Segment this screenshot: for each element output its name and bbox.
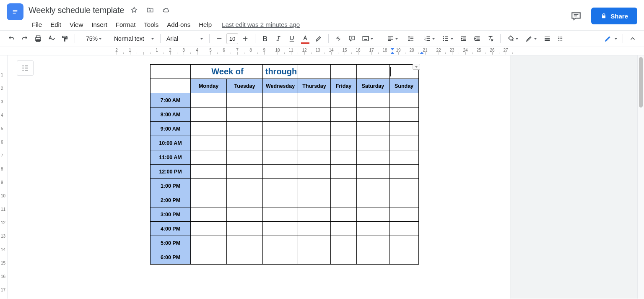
docs-logo[interactable] xyxy=(7,3,23,20)
schedule-cell[interactable] xyxy=(357,136,390,150)
table-row[interactable]: 1:00 PM xyxy=(151,179,419,193)
schedule-cell[interactable] xyxy=(390,122,419,136)
open-comments-button[interactable] xyxy=(567,7,585,25)
menu-view[interactable]: View xyxy=(66,20,86,29)
schedule-cell[interactable] xyxy=(263,150,298,165)
increase-indent-button[interactable] xyxy=(471,32,483,45)
schedule-cell[interactable] xyxy=(227,136,263,150)
schedule-cell[interactable] xyxy=(191,93,227,108)
print-button[interactable] xyxy=(32,32,44,45)
table-row[interactable]: 9:00 AM xyxy=(151,122,419,136)
hour-label[interactable]: 6:00 PM xyxy=(151,250,191,265)
menu-help[interactable]: Help xyxy=(195,20,215,29)
schedule-cell[interactable] xyxy=(227,122,263,136)
hour-label[interactable]: 1:00 PM xyxy=(151,179,191,193)
schedule-cell[interactable] xyxy=(331,250,357,265)
schedule-cell[interactable] xyxy=(191,150,227,165)
schedule-cell[interactable] xyxy=(263,207,298,222)
table-options-button[interactable] xyxy=(413,64,420,70)
schedule-cell[interactable] xyxy=(390,93,419,108)
schedule-cell[interactable] xyxy=(227,165,263,179)
share-button[interactable]: Share xyxy=(591,8,637,24)
schedule-cell[interactable] xyxy=(191,136,227,150)
hour-label[interactable]: 3:00 PM xyxy=(151,207,191,222)
vertical-scrollbar[interactable] xyxy=(637,55,644,299)
border-width-button[interactable] xyxy=(541,32,553,45)
zoom-select[interactable]: 75% xyxy=(78,32,104,45)
insert-image-button[interactable] xyxy=(359,32,377,45)
schedule-cell[interactable] xyxy=(191,193,227,207)
document-outline-button[interactable] xyxy=(17,60,34,76)
schedule-cell[interactable] xyxy=(331,165,357,179)
schedule-cell[interactable] xyxy=(263,250,298,265)
schedule-cell[interactable] xyxy=(263,165,298,179)
font-family-select[interactable]: Arial xyxy=(164,32,206,45)
table-row[interactable]: 12:00 PM xyxy=(151,165,419,179)
day-header[interactable]: Saturday xyxy=(357,79,390,93)
schedule-cell[interactable] xyxy=(298,93,331,108)
insert-link-button[interactable] xyxy=(332,32,345,45)
day-header[interactable]: Tuesday xyxy=(227,79,263,93)
document-title[interactable]: Weekly schedule template xyxy=(29,5,124,15)
schedule-cell[interactable] xyxy=(390,150,419,165)
schedule-cell[interactable] xyxy=(331,179,357,193)
menu-addons[interactable]: Add-ons xyxy=(164,20,194,29)
day-header[interactable]: Monday xyxy=(191,79,227,93)
schedule-cell[interactable] xyxy=(298,207,331,222)
schedule-cell[interactable] xyxy=(191,165,227,179)
schedule-cell[interactable] xyxy=(191,222,227,236)
font-size-increase[interactable] xyxy=(239,32,252,45)
horizontal-ruler[interactable]: 2112345678910111213141516171819202122232… xyxy=(0,47,644,55)
schedule-cell[interactable] xyxy=(357,250,390,265)
underline-button[interactable] xyxy=(286,32,298,45)
hour-label[interactable]: 7:00 AM xyxy=(151,93,191,108)
schedule-cell[interactable] xyxy=(298,250,331,265)
schedule-cell[interactable] xyxy=(298,193,331,207)
hour-label[interactable]: 9:00 AM xyxy=(151,122,191,136)
schedule-cell[interactable] xyxy=(357,222,390,236)
schedule-cell[interactable] xyxy=(390,108,419,122)
day-header[interactable]: Wednesday xyxy=(263,79,298,93)
align-button[interactable] xyxy=(384,32,401,45)
table-row[interactable]: 10:00 AM xyxy=(151,136,419,150)
move-icon[interactable] xyxy=(144,4,156,16)
schedule-cell[interactable] xyxy=(263,193,298,207)
cloud-saved-icon[interactable] xyxy=(160,4,172,16)
schedule-cell[interactable] xyxy=(191,179,227,193)
highlight-color-button[interactable] xyxy=(312,32,325,45)
schedule-cell[interactable] xyxy=(227,250,263,265)
font-size-decrease[interactable] xyxy=(213,32,226,45)
schedule-cell[interactable] xyxy=(227,108,263,122)
table-row[interactable]: 6:00 PM xyxy=(151,250,419,265)
page[interactable]: Week of through Monday Tuesday Wednesday… xyxy=(117,55,510,299)
schedule-cell[interactable] xyxy=(331,193,357,207)
schedule-cell[interactable] xyxy=(227,150,263,165)
table-row[interactable]: 4:00 PM xyxy=(151,222,419,236)
vertical-ruler[interactable]: 1234567891011121314151617 xyxy=(0,55,8,299)
paragraph-style-select[interactable]: Normal text xyxy=(112,32,157,45)
schedule-cell[interactable] xyxy=(390,193,419,207)
add-comment-button[interactable] xyxy=(345,32,358,45)
schedule-cell[interactable] xyxy=(331,122,357,136)
schedule-cell[interactable] xyxy=(390,136,419,150)
table-row[interactable]: 7:00 AM xyxy=(151,93,419,108)
text-color-button[interactable] xyxy=(299,32,312,45)
hour-label[interactable]: 11:00 AM xyxy=(151,150,191,165)
last-edit-link[interactable]: Last edit was 2 minutes ago xyxy=(222,21,300,28)
schedule-cell[interactable] xyxy=(390,236,419,250)
menu-file[interactable]: File xyxy=(29,20,45,29)
bold-button[interactable] xyxy=(259,32,271,45)
schedule-cell[interactable] xyxy=(390,222,419,236)
schedule-cell[interactable] xyxy=(227,207,263,222)
clear-formatting-button[interactable] xyxy=(484,32,497,45)
day-header[interactable]: Friday xyxy=(331,79,357,93)
schedule-cell[interactable] xyxy=(227,179,263,193)
hour-label[interactable]: 5:00 PM xyxy=(151,236,191,250)
menu-insert[interactable]: Insert xyxy=(88,20,111,29)
border-style-button[interactable] xyxy=(554,32,567,45)
schedule-cell[interactable] xyxy=(331,108,357,122)
schedule-cell[interactable] xyxy=(227,236,263,250)
schedule-cell[interactable] xyxy=(357,93,390,108)
menu-tools[interactable]: Tools xyxy=(140,20,162,29)
schedule-cell[interactable] xyxy=(263,93,298,108)
